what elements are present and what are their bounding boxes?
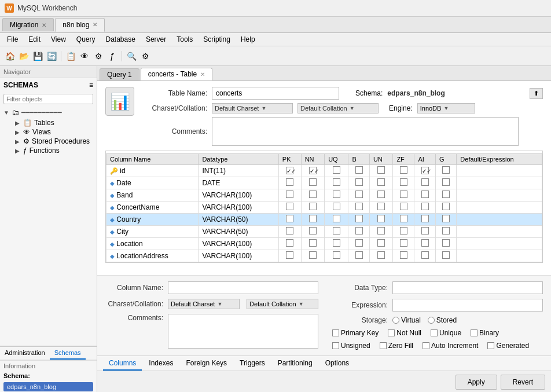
checkbox-icon[interactable] <box>400 166 407 174</box>
col-zf[interactable] <box>393 202 414 214</box>
col-pk[interactable] <box>278 202 301 214</box>
checkbox-icon[interactable] <box>377 239 385 247</box>
col-nn[interactable] <box>301 177 324 189</box>
cb-not-null[interactable]: Not Null <box>388 329 421 337</box>
col-zf[interactable] <box>393 226 414 238</box>
col-nn[interactable] <box>301 214 324 226</box>
cb-primary-key[interactable]: Primary Key <box>332 329 379 337</box>
col-name[interactable]: ◆ ConcertName <box>106 202 199 214</box>
checkbox-icon[interactable] <box>286 239 293 247</box>
col-nn[interactable]: ✓ <box>301 165 324 177</box>
table-row[interactable]: ◆ Country VARCHAR(50) <box>106 214 542 226</box>
col-zf[interactable] <box>393 238 414 250</box>
checkbox-icon[interactable] <box>442 190 450 198</box>
col-ai[interactable] <box>414 214 435 226</box>
col-b[interactable] <box>348 165 369 177</box>
col-b[interactable] <box>348 250 369 262</box>
checkbox-icon[interactable] <box>333 166 340 174</box>
col-pk[interactable] <box>278 189 301 202</box>
collapse-button[interactable]: ⬆ <box>530 88 543 99</box>
col-default[interactable] <box>457 202 542 214</box>
col-b[interactable] <box>348 189 369 202</box>
toolbar-proc[interactable]: ⚙ <box>92 50 105 63</box>
checkbox-icon[interactable] <box>400 178 407 186</box>
col-ai[interactable]: ✓ <box>414 165 435 177</box>
table-row[interactable]: ◆ Band VARCHAR(100) <box>106 189 542 202</box>
checkbox-icon[interactable] <box>442 178 450 186</box>
menu-query[interactable]: Query <box>72 34 100 45</box>
checkbox-icon[interactable] <box>442 215 450 222</box>
toolbar-view[interactable]: 👁 <box>78 50 91 63</box>
checkbox-icon[interactable] <box>442 251 450 259</box>
close-n8nblog-icon[interactable]: ✕ <box>93 21 97 28</box>
toolbar-save[interactable]: 💾 <box>31 50 44 63</box>
tab-n8n-blog[interactable]: n8n blog ✕ <box>55 18 105 32</box>
checkbox-icon[interactable] <box>400 215 407 222</box>
col-nn[interactable] <box>301 226 324 238</box>
checkbox-icon[interactable] <box>355 190 363 198</box>
checkbox-icon[interactable] <box>333 251 340 259</box>
col-un[interactable] <box>369 202 392 214</box>
checkbox-icon[interactable] <box>333 215 340 222</box>
apply-button[interactable]: Apply <box>456 375 497 390</box>
col-pk[interactable] <box>278 214 301 226</box>
col-datatype[interactable]: VARCHAR(100) <box>199 250 278 262</box>
checkbox-icon[interactable]: ✓ <box>309 167 317 174</box>
col-b[interactable] <box>348 238 369 250</box>
engine-select[interactable]: InnoDB ▼ <box>417 103 475 113</box>
cb-unsigned[interactable]: Unsigned <box>332 342 370 350</box>
checkbox-icon[interactable] <box>286 227 293 235</box>
checkbox-icon[interactable] <box>309 203 317 210</box>
checkbox-icon[interactable] <box>355 178 363 186</box>
toolbar-refresh[interactable]: 🔄 <box>45 50 58 63</box>
close-concerts-table-icon[interactable]: ✕ <box>200 71 205 78</box>
checkbox-icon[interactable] <box>400 227 407 235</box>
tab-administration[interactable]: Administration <box>0 347 50 360</box>
tab-schemas[interactable]: Schemas <box>50 347 86 360</box>
col-pk[interactable] <box>278 177 301 189</box>
col-name[interactable]: ◆ Location <box>106 238 199 250</box>
schema-root[interactable]: ▼ 🗂 ━━━━━━━━━━ <box>0 107 97 118</box>
col-datatype[interactable]: INT(11) <box>199 165 278 177</box>
checkbox-icon[interactable] <box>421 215 429 222</box>
col-name[interactable]: ◆ City <box>106 226 199 238</box>
col-ai[interactable] <box>414 238 435 250</box>
storage-stored[interactable]: Stored <box>428 316 457 324</box>
detail-charset-select[interactable]: Default Charset ▼ <box>168 299 240 309</box>
col-g[interactable] <box>435 202 456 214</box>
checkbox-icon[interactable] <box>421 178 429 186</box>
col-un[interactable] <box>369 165 392 177</box>
tree-views[interactable]: ▶ 👁 Views <box>13 127 97 137</box>
revert-button[interactable]: Revert <box>501 375 545 390</box>
cb-binary[interactable]: Binary <box>471 329 499 337</box>
col-uq[interactable] <box>325 214 348 226</box>
tab-options[interactable]: Options <box>319 357 355 371</box>
col-g[interactable] <box>435 226 456 238</box>
menu-database[interactable]: Database <box>101 34 140 45</box>
checkbox-icon[interactable] <box>309 215 317 222</box>
col-un[interactable] <box>369 238 392 250</box>
checkbox-icon[interactable]: ✓ <box>421 167 429 174</box>
detail-col-name-input[interactable] <box>168 281 318 294</box>
col-g[interactable] <box>435 189 456 202</box>
checkbox-icon[interactable] <box>442 239 450 247</box>
menu-tools[interactable]: Tools <box>172 34 197 45</box>
col-pk[interactable] <box>278 238 301 250</box>
col-default[interactable] <box>457 177 542 189</box>
col-zf[interactable] <box>393 189 414 202</box>
detail-comments-textarea[interactable] <box>168 314 318 349</box>
checkbox-icon[interactable] <box>400 190 407 198</box>
col-name[interactable]: ◆ Band <box>106 189 199 202</box>
checkbox-icon[interactable] <box>333 203 340 210</box>
col-default[interactable] <box>457 214 542 226</box>
checkbox-icon[interactable]: ✓ <box>286 167 293 174</box>
checkbox-icon[interactable] <box>377 203 385 210</box>
checkbox-icon[interactable] <box>309 178 317 186</box>
col-default[interactable] <box>457 238 542 250</box>
col-name[interactable]: ◆ Date <box>106 177 199 189</box>
tab-columns[interactable]: Columns <box>103 357 142 371</box>
col-g[interactable] <box>435 165 456 177</box>
col-ai[interactable] <box>414 189 435 202</box>
toolbar-open[interactable]: 📂 <box>17 50 30 63</box>
col-nn[interactable] <box>301 250 324 262</box>
